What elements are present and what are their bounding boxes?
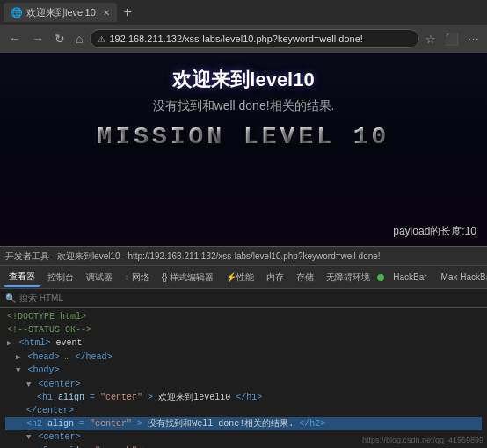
address-bar[interactable]: ⚠ 192.168.211.132/xss-labs/level10.php?k… [90,29,419,48]
mission-text-wrapper: Mission Level 10 [98,123,390,150]
bookmark-icon[interactable]: ☆ [423,31,439,47]
hackbar-tab[interactable]: HackBar [388,270,432,285]
html-line: ▼ <body> [5,364,482,378]
tab-accessibility[interactable]: 无障碍环境 [321,269,375,286]
devtools-title: 开发者工具 - 欢迎来到level10 - http://192.168.211… [5,250,381,263]
html-line-highlighted: <h2 align = "center" > 没有找到和Well done!相关… [5,417,482,430]
tab-style-editor[interactable]: {} 样式编辑器 [156,269,219,286]
more-icon[interactable]: ⋯ [465,31,482,47]
tab-favicon: 🌐 [11,7,23,18]
html-line: ▶ <head> … </head> [5,350,482,365]
payload-info: payload的长度:10 [393,224,476,239]
forward-button[interactable]: → [28,30,47,47]
max-hackbar-tab[interactable]: Max HackBar [436,270,487,285]
tab-debugger[interactable]: 调试器 [81,269,118,286]
nav-bar: ← → ↻ ⌂ ⚠ 192.168.211.132/xss-labs/level… [0,25,487,53]
search-input[interactable] [19,293,482,303]
tab-inspector[interactable]: 查看器 [4,268,40,287]
html-line: <form id = "search" > [5,444,482,449]
tab-console[interactable]: 控制台 [42,269,79,286]
tab-bar: 🌐 欢迎来到level10 ✕ + [0,0,487,25]
html-search-bar: 🔍 [0,289,487,308]
browser-chrome: 🌐 欢迎来到level10 ✕ + ← → ↻ ⌂ ⚠ 192.168.211.… [0,0,487,53]
html-line: </center> [5,404,482,417]
devtools-extra-buttons: HackBar Max HackBar [377,270,487,285]
tab-storage[interactable]: 存储 [291,269,319,286]
search-icon: 🔍 [5,293,16,303]
payload-value: 10 [465,225,476,237]
html-line: <h1 align = "center" > 欢迎来到level10 </h1> [5,391,482,404]
web-page-inner: 欢迎来到level10 没有找到和well done!相关的结果. Missio… [0,53,487,246]
refresh-button[interactable]: ↻ [51,30,69,47]
html-line: <!--STATUS OK--> [5,323,482,336]
mission-text: Mission Level 10 [98,123,390,150]
tab-close-icon[interactable]: ✕ [103,8,110,18]
new-tab-button[interactable]: + [120,4,135,20]
devtools-panel: 开发者工具 - 欢迎来到level10 - http://192.168.211… [0,246,487,448]
page-title: 欢迎来到level10 [172,67,314,93]
web-page: 欢迎来到level10 没有找到和well done!相关的结果. Missio… [0,53,487,246]
extension-icon[interactable]: ⬛ [442,31,462,47]
html-line: ▼ <center> [5,378,482,392]
html-viewer: <!DOCTYPE html> <!--STATUS OK--> ▶ <html… [0,308,487,448]
tab-memory[interactable]: 内存 [261,269,289,286]
html-line: ▼ <center> [5,430,482,444]
home-button[interactable]: ⌂ [72,30,86,47]
security-icon: ⚠ [98,34,105,44]
page-subtitle: 没有找到和well done!相关的结果. [153,98,335,114]
payload-label: payload的长度: [393,225,464,237]
tab-performance[interactable]: ⚡性能 [221,269,259,286]
address-text: 192.168.211.132/xss-labs/level10.php?key… [109,33,362,44]
nav-right-icons: ☆ ⬛ ⋯ [423,31,482,47]
devtools-titlebar: 开发者工具 - 欢迎来到level10 - http://192.168.211… [0,247,487,266]
browser-tab[interactable]: 🌐 欢迎来到level10 ✕ [4,3,117,22]
hackbar-status-icon [377,274,384,281]
html-line: ▶ <html> event [5,336,482,350]
back-button[interactable]: ← [5,30,25,47]
tab-network[interactable]: ↕ 网络 [120,269,155,286]
devtools-tabs: 查看器 控制台 调试器 ↕ 网络 {} 样式编辑器 ⚡性能 内存 存储 无障碍环… [0,266,487,289]
html-line: <!DOCTYPE html> [5,310,482,323]
tab-title: 欢迎来到level10 [26,6,96,19]
